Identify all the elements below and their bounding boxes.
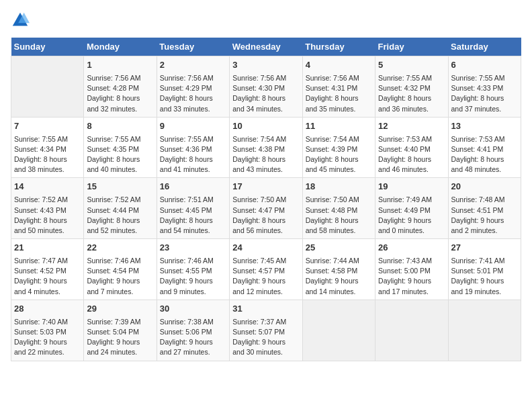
day-info: Sunrise: 7:50 AMSunset: 4:48 PMDaylight:… <box>306 195 372 236</box>
calendar-cell: 14Sunrise: 7:52 AMSunset: 4:43 PMDayligh… <box>11 178 84 239</box>
calendar-cell <box>302 300 375 361</box>
calendar-cell: 7Sunrise: 7:55 AMSunset: 4:34 PMDaylight… <box>11 117 84 178</box>
calendar-cell: 17Sunrise: 7:50 AMSunset: 4:47 PMDayligh… <box>230 178 302 239</box>
day-info: Sunrise: 7:50 AMSunset: 4:47 PMDaylight:… <box>232 195 299 236</box>
day-info: Sunrise: 7:55 AMSunset: 4:35 PMDaylight:… <box>87 134 153 175</box>
calendar-week-3: 14Sunrise: 7:52 AMSunset: 4:43 PMDayligh… <box>11 178 521 239</box>
day-info: Sunrise: 7:52 AMSunset: 4:44 PMDaylight:… <box>87 195 153 236</box>
day-number: 6 <box>451 59 518 72</box>
day-info: Sunrise: 7:37 AMSunset: 5:07 PMDaylight:… <box>232 317 299 358</box>
calendar-cell: 20Sunrise: 7:48 AMSunset: 4:51 PMDayligh… <box>448 178 521 239</box>
day-number: 15 <box>87 181 153 193</box>
calendar-cell <box>448 300 521 361</box>
day-info: Sunrise: 7:40 AMSunset: 5:03 PMDaylight:… <box>14 317 81 358</box>
logo <box>11 11 32 30</box>
day-number: 8 <box>87 120 153 133</box>
calendar-cell: 16Sunrise: 7:51 AMSunset: 4:45 PMDayligh… <box>157 178 229 239</box>
calendar-cell: 4Sunrise: 7:56 AMSunset: 4:31 PMDaylight… <box>302 56 375 118</box>
header-row: SundayMondayTuesdayWednesdayThursdayFrid… <box>11 38 521 56</box>
day-info: Sunrise: 7:52 AMSunset: 4:43 PMDaylight:… <box>14 195 81 236</box>
day-number: 31 <box>232 303 299 316</box>
calendar-cell: 19Sunrise: 7:49 AMSunset: 4:49 PMDayligh… <box>375 178 448 239</box>
day-info: Sunrise: 7:55 AMSunset: 4:32 PMDaylight:… <box>378 73 445 114</box>
day-number: 9 <box>160 120 226 133</box>
header-day-sunday: Sunday <box>11 38 84 56</box>
calendar-cell: 10Sunrise: 7:54 AMSunset: 4:38 PMDayligh… <box>230 117 302 178</box>
day-number: 13 <box>451 120 518 133</box>
calendar-cell: 31Sunrise: 7:37 AMSunset: 5:07 PMDayligh… <box>230 300 302 361</box>
calendar-cell: 18Sunrise: 7:50 AMSunset: 4:48 PMDayligh… <box>302 178 375 239</box>
day-info: Sunrise: 7:56 AMSunset: 4:30 PMDaylight:… <box>232 73 299 114</box>
day-info: Sunrise: 7:46 AMSunset: 4:55 PMDaylight:… <box>160 256 226 297</box>
calendar-cell <box>375 300 448 361</box>
day-number: 1 <box>87 59 153 72</box>
day-info: Sunrise: 7:51 AMSunset: 4:45 PMDaylight:… <box>160 195 226 236</box>
day-number: 2 <box>160 59 226 72</box>
day-number: 16 <box>160 181 226 193</box>
day-number: 29 <box>87 303 153 316</box>
calendar-body: 1Sunrise: 7:56 AMSunset: 4:28 PMDaylight… <box>11 56 521 361</box>
calendar-cell: 28Sunrise: 7:40 AMSunset: 5:03 PMDayligh… <box>11 300 84 361</box>
day-info: Sunrise: 7:54 AMSunset: 4:39 PMDaylight:… <box>306 134 372 175</box>
header-day-friday: Friday <box>375 38 448 56</box>
day-info: Sunrise: 7:43 AMSunset: 5:00 PMDaylight:… <box>378 256 445 297</box>
day-info: Sunrise: 7:46 AMSunset: 4:54 PMDaylight:… <box>87 256 153 297</box>
calendar-week-2: 7Sunrise: 7:55 AMSunset: 4:34 PMDaylight… <box>11 117 521 178</box>
calendar-cell: 29Sunrise: 7:39 AMSunset: 5:04 PMDayligh… <box>84 300 157 361</box>
day-number: 11 <box>306 120 372 133</box>
header-day-monday: Monday <box>84 38 157 56</box>
day-number: 4 <box>306 59 372 72</box>
day-number: 12 <box>378 120 445 133</box>
day-info: Sunrise: 7:56 AMSunset: 4:28 PMDaylight:… <box>87 73 153 114</box>
calendar-week-1: 1Sunrise: 7:56 AMSunset: 4:28 PMDaylight… <box>11 56 521 118</box>
day-number: 25 <box>306 242 372 255</box>
day-number: 27 <box>451 242 518 255</box>
day-number: 18 <box>306 181 372 193</box>
calendar-cell: 30Sunrise: 7:38 AMSunset: 5:06 PMDayligh… <box>157 300 229 361</box>
day-info: Sunrise: 7:56 AMSunset: 4:31 PMDaylight:… <box>306 73 372 114</box>
day-number: 14 <box>14 181 81 193</box>
day-info: Sunrise: 7:55 AMSunset: 4:36 PMDaylight:… <box>160 134 226 175</box>
calendar-table: SundayMondayTuesdayWednesdayThursdayFrid… <box>11 38 521 361</box>
day-info: Sunrise: 7:54 AMSunset: 4:38 PMDaylight:… <box>232 134 299 175</box>
header-day-tuesday: Tuesday <box>157 38 229 56</box>
calendar-cell: 3Sunrise: 7:56 AMSunset: 4:30 PMDaylight… <box>230 56 302 118</box>
day-number: 21 <box>14 242 81 255</box>
calendar-cell: 26Sunrise: 7:43 AMSunset: 5:00 PMDayligh… <box>375 239 448 300</box>
day-info: Sunrise: 7:56 AMSunset: 4:29 PMDaylight:… <box>160 73 226 114</box>
header-day-wednesday: Wednesday <box>230 38 302 56</box>
calendar-cell: 1Sunrise: 7:56 AMSunset: 4:28 PMDaylight… <box>84 56 157 118</box>
day-info: Sunrise: 7:38 AMSunset: 5:06 PMDaylight:… <box>160 317 226 358</box>
calendar-cell: 6Sunrise: 7:55 AMSunset: 4:33 PMDaylight… <box>448 56 521 118</box>
day-number: 26 <box>378 242 445 255</box>
day-number: 24 <box>232 242 299 255</box>
day-info: Sunrise: 7:48 AMSunset: 4:51 PMDaylight:… <box>451 195 518 236</box>
day-info: Sunrise: 7:47 AMSunset: 4:52 PMDaylight:… <box>14 256 81 297</box>
day-number: 10 <box>232 120 299 133</box>
calendar-week-5: 28Sunrise: 7:40 AMSunset: 5:03 PMDayligh… <box>11 300 521 361</box>
header-day-saturday: Saturday <box>448 38 521 56</box>
calendar-cell: 11Sunrise: 7:54 AMSunset: 4:39 PMDayligh… <box>302 117 375 178</box>
calendar-header: SundayMondayTuesdayWednesdayThursdayFrid… <box>11 38 521 56</box>
calendar-cell: 23Sunrise: 7:46 AMSunset: 4:55 PMDayligh… <box>157 239 229 300</box>
day-info: Sunrise: 7:45 AMSunset: 4:57 PMDaylight:… <box>232 256 299 297</box>
calendar-cell: 24Sunrise: 7:45 AMSunset: 4:57 PMDayligh… <box>230 239 302 300</box>
day-info: Sunrise: 7:53 AMSunset: 4:40 PMDaylight:… <box>378 134 445 175</box>
calendar-cell: 27Sunrise: 7:41 AMSunset: 5:01 PMDayligh… <box>448 239 521 300</box>
calendar-cell: 15Sunrise: 7:52 AMSunset: 4:44 PMDayligh… <box>84 178 157 239</box>
day-number: 23 <box>160 242 226 255</box>
day-number: 5 <box>378 59 445 72</box>
calendar-cell: 2Sunrise: 7:56 AMSunset: 4:29 PMDaylight… <box>157 56 229 118</box>
day-number: 17 <box>232 181 299 193</box>
page-header <box>11 11 521 30</box>
day-info: Sunrise: 7:44 AMSunset: 4:58 PMDaylight:… <box>306 256 372 297</box>
day-info: Sunrise: 7:53 AMSunset: 4:41 PMDaylight:… <box>451 134 518 175</box>
calendar-cell: 12Sunrise: 7:53 AMSunset: 4:40 PMDayligh… <box>375 117 448 178</box>
day-number: 20 <box>451 181 518 193</box>
calendar-week-4: 21Sunrise: 7:47 AMSunset: 4:52 PMDayligh… <box>11 239 521 300</box>
calendar-cell: 22Sunrise: 7:46 AMSunset: 4:54 PMDayligh… <box>84 239 157 300</box>
day-info: Sunrise: 7:55 AMSunset: 4:33 PMDaylight:… <box>451 73 518 114</box>
calendar-cell: 8Sunrise: 7:55 AMSunset: 4:35 PMDaylight… <box>84 117 157 178</box>
day-number: 7 <box>14 120 81 133</box>
day-info: Sunrise: 7:41 AMSunset: 5:01 PMDaylight:… <box>451 256 518 297</box>
